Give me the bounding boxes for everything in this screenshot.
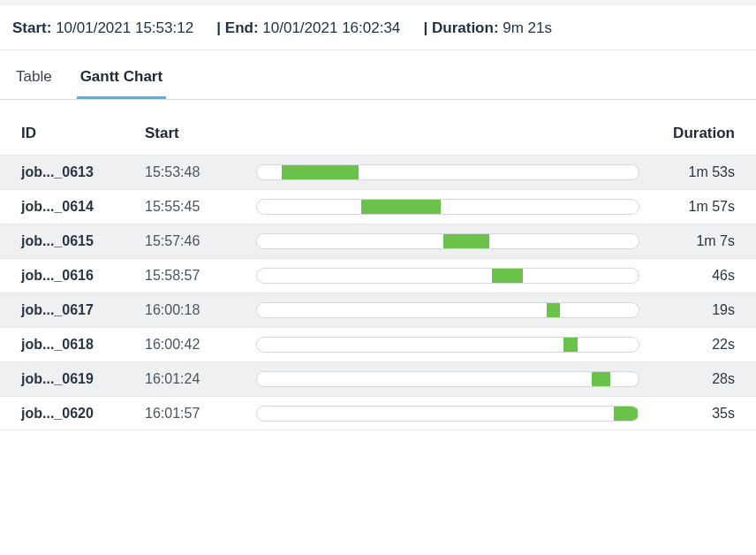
job-duration: 22s xyxy=(646,337,735,353)
job-start: 15:55:45 xyxy=(145,199,256,215)
table-row: job..._061716:00:1819s xyxy=(0,293,756,327)
gantt-bar xyxy=(282,165,359,179)
job-duration: 1m 7s xyxy=(646,233,735,249)
job-duration: 19s xyxy=(646,302,735,318)
gantt-bar xyxy=(492,269,523,283)
job-start: 16:00:42 xyxy=(145,337,256,353)
gantt-bar xyxy=(443,234,489,248)
gantt-track xyxy=(256,233,639,249)
gantt-cell xyxy=(256,337,646,353)
job-id: job..._0615 xyxy=(21,233,145,249)
header-duration: Duration xyxy=(646,125,735,142)
table-row: job..._061916:01:2428s xyxy=(0,361,756,396)
gantt-cell xyxy=(256,233,646,249)
info-bar: Start: 10/01/2021 15:53:12 | End: 10/01/… xyxy=(0,5,756,50)
job-duration: 35s xyxy=(646,406,735,422)
job-id: job..._0613 xyxy=(21,164,145,180)
duration-value: 9m 21s xyxy=(503,19,552,36)
gantt-cell xyxy=(256,199,646,215)
duration-label: | Duration: xyxy=(424,19,499,36)
job-id: job..._0617 xyxy=(21,302,145,318)
job-id: job..._0614 xyxy=(21,199,145,215)
job-duration: 28s xyxy=(646,371,735,387)
header-gantt xyxy=(256,125,646,142)
header-start: Start xyxy=(145,125,256,142)
job-duration: 46s xyxy=(646,268,735,284)
gantt-cell xyxy=(256,371,646,387)
job-start: 16:00:18 xyxy=(145,302,256,318)
job-id: job..._0620 xyxy=(21,406,145,422)
job-id: job..._0619 xyxy=(21,371,145,387)
gantt-cell xyxy=(256,302,646,318)
gantt-bar xyxy=(563,338,578,352)
gantt-cell xyxy=(256,268,646,284)
job-start: 15:53:48 xyxy=(145,164,256,180)
gantt-cell xyxy=(256,406,646,422)
table-row: job..._061415:55:451m 57s xyxy=(0,189,756,224)
gantt-bar xyxy=(614,407,638,421)
job-start: 15:57:46 xyxy=(145,233,256,249)
gantt-track xyxy=(256,406,639,422)
gantt-bar xyxy=(361,200,441,214)
separator xyxy=(410,19,414,36)
job-duration: 1m 53s xyxy=(646,164,735,180)
gantt-table: ID Start Duration job..._061315:53:481m … xyxy=(0,125,756,430)
job-id: job..._0618 xyxy=(21,337,145,353)
tab-gantt-chart[interactable]: Gantt Chart xyxy=(77,59,167,99)
table-row: job..._061315:53:481m 53s xyxy=(0,155,756,189)
table-row: job..._061816:00:4222s xyxy=(0,327,756,361)
gantt-track xyxy=(256,371,639,387)
tab-table[interactable]: Table xyxy=(12,59,56,99)
gantt-cell xyxy=(256,164,646,180)
gantt-track xyxy=(256,199,639,215)
gantt-track xyxy=(256,302,639,318)
table-row: job..._061515:57:461m 7s xyxy=(0,224,756,258)
start-label: Start: xyxy=(12,19,51,36)
tabs: Table Gantt Chart xyxy=(0,59,756,100)
table-header: ID Start Duration xyxy=(0,125,756,155)
end-label: | End: xyxy=(216,19,258,36)
table-body: job..._061315:53:481m 53sjob..._061415:5… xyxy=(0,155,756,430)
start-value: 10/01/2021 15:53:12 xyxy=(56,19,193,36)
gantt-track xyxy=(256,164,639,180)
job-start: 15:58:57 xyxy=(145,268,256,284)
gantt-track xyxy=(256,268,639,284)
job-duration: 1m 57s xyxy=(646,199,735,215)
table-row: job..._062016:01:5735s xyxy=(0,396,756,430)
gantt-bar xyxy=(592,372,611,386)
separator xyxy=(203,19,208,36)
end-value: 10/01/2021 16:02:34 xyxy=(262,19,400,36)
table-row: job..._061615:58:5746s xyxy=(0,258,756,293)
gantt-track xyxy=(256,337,639,353)
job-start: 16:01:24 xyxy=(145,371,256,387)
gantt-bar xyxy=(547,303,560,317)
job-start: 16:01:57 xyxy=(145,406,256,422)
job-id: job..._0616 xyxy=(21,268,145,284)
header-id: ID xyxy=(21,125,145,142)
